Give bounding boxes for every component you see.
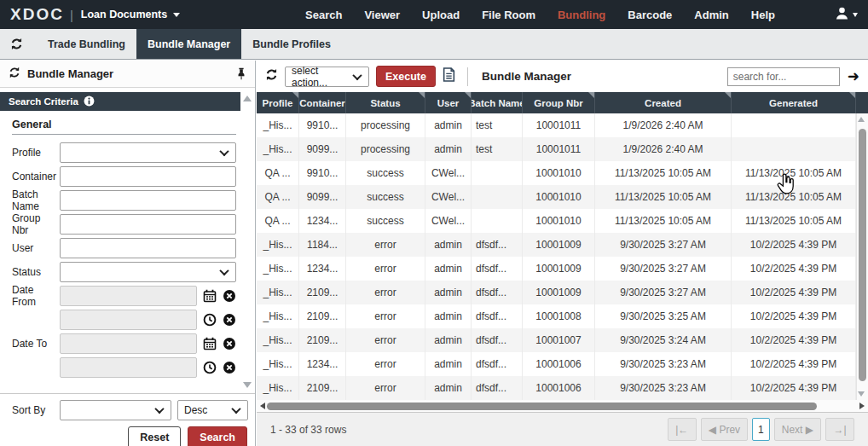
sidebar-scrollbar[interactable] [243, 96, 252, 388]
user-menu[interactable] [835, 0, 858, 29]
table-row[interactable]: _His...1234...erroradmindfsdf...10001009… [257, 257, 868, 281]
search-input[interactable] [727, 67, 840, 86]
scroll-down-arrow[interactable] [858, 391, 865, 397]
date-from-time-input[interactable] [60, 310, 197, 330]
nav-item-help[interactable]: Help [751, 9, 775, 21]
cell-created: 11/13/2025 10:05 AM [595, 185, 732, 209]
table-row[interactable]: _His...2109...erroradmindfsdf...10001009… [257, 281, 868, 304]
profile-select[interactable] [60, 142, 236, 163]
table-body: _His...9910...processingadmintest1000101… [257, 113, 868, 400]
container-input[interactable] [60, 166, 236, 187]
action-select[interactable]: select action... [285, 67, 369, 87]
cell-group-nbr: 10001006 [523, 376, 595, 400]
next-page-button[interactable]: Next ▶ [774, 418, 821, 441]
clear-date-icon[interactable] [222, 289, 236, 304]
cell-container: 2109... [299, 304, 346, 328]
scroll-up-arrow[interactable] [858, 117, 865, 122]
scroll-right-arrow[interactable] [859, 403, 865, 409]
status-select[interactable] [60, 262, 236, 282]
sidebar-header: Bundle Manager [0, 61, 255, 88]
column-header-user[interactable]: User [425, 92, 472, 113]
scroll-left-arrow[interactable] [260, 403, 265, 409]
cell-batch-name: dfsdf... [472, 281, 523, 304]
first-page-button[interactable]: |← [668, 418, 697, 441]
search-button[interactable]: Search [188, 426, 247, 446]
cell-profile: _His... [257, 304, 299, 328]
nav-item-search[interactable]: Search [305, 9, 342, 21]
scroll-down-arrow[interactable] [243, 382, 252, 388]
clear-time-icon[interactable] [222, 313, 236, 327]
vertical-scrollbar[interactable] [856, 113, 868, 400]
table-row[interactable]: _His...9910...processingadmintest1000101… [257, 113, 868, 137]
nav-item-admin[interactable]: Admin [694, 9, 728, 21]
nav-item-barcode[interactable]: Barcode [628, 9, 672, 21]
group-nbr-input[interactable] [60, 214, 236, 235]
date-to-time-input[interactable] [60, 357, 197, 378]
column-header-profile[interactable]: Profile [257, 92, 299, 113]
clear-time-icon[interactable] [222, 361, 236, 375]
field-label: User [12, 242, 60, 254]
table-row[interactable]: _His...1184...erroradmindfsdf...10001009… [257, 233, 868, 257]
nav-item-bundling[interactable]: Bundling [558, 9, 605, 21]
table-row[interactable]: _His...1234...erroradmindfsdf...10001006… [257, 352, 868, 376]
table-row[interactable]: QA ...9910...successCWel...1000101011/13… [257, 161, 868, 185]
app-switcher-label: Loan Documents [81, 9, 167, 20]
cell-profile: _His... [257, 328, 299, 352]
cell-profile: QA ... [257, 185, 299, 209]
refresh-grid-icon[interactable] [265, 68, 278, 84]
execute-button[interactable]: Execute [376, 66, 436, 87]
pin-panel-icon[interactable] [236, 67, 246, 80]
table-row[interactable]: _His...2109...erroradmindfsdf...10001007… [257, 328, 868, 352]
tab-bundle-profiles[interactable]: Bundle Profiles [241, 29, 342, 59]
user-input[interactable] [60, 238, 236, 258]
results-panel: select action... Execute Bundle Manager … [257, 61, 868, 446]
horizontal-scrollbar[interactable] [257, 400, 868, 412]
column-header-status[interactable]: Status [346, 92, 425, 113]
sort-by-select[interactable] [60, 400, 171, 420]
calendar-icon[interactable] [202, 337, 217, 351]
column-header-group-nbr[interactable]: Group Nbr [523, 92, 595, 113]
clock-icon[interactable] [202, 361, 217, 375]
batch-name-input[interactable] [60, 190, 236, 211]
vertical-scroll-thumb[interactable] [859, 129, 866, 381]
last-page-button[interactable]: →| [825, 418, 854, 441]
table-row[interactable]: QA ...9099...successCWel...1000101011/13… [257, 185, 868, 209]
table-row[interactable]: _His...2109...erroradmindfsdf...10001008… [257, 304, 868, 328]
nav-item-viewer[interactable]: Viewer [364, 9, 400, 21]
refresh-panel-icon[interactable] [9, 67, 20, 82]
date-from-date-input[interactable] [60, 286, 197, 306]
reset-button[interactable]: Reset [128, 426, 181, 446]
search-go-arrow-icon[interactable]: ➜ [848, 69, 859, 84]
cell-user: admin [425, 281, 472, 304]
tab-trade-bundling[interactable]: Trade Bundling [37, 29, 136, 59]
calendar-icon[interactable] [202, 289, 217, 304]
tab-bundle-manager[interactable]: Bundle Manager [136, 29, 241, 59]
refresh-tabs-icon[interactable] [10, 38, 23, 50]
scroll-up-arrow[interactable] [243, 96, 252, 101]
date-to-date-input[interactable] [60, 333, 197, 354]
field-label: Batch Name [12, 188, 60, 212]
table-row[interactable]: _His...2109...erroradmindfsdf...10001006… [257, 376, 868, 400]
column-header-created[interactable]: Created [595, 92, 732, 113]
nav-item-upload[interactable]: Upload [422, 9, 460, 21]
cell-group-nbr: 10001009 [523, 281, 595, 304]
nav-item-file-room[interactable]: File Room [482, 9, 535, 21]
clear-date-icon[interactable] [222, 337, 236, 351]
horizontal-scroll-thumb[interactable] [267, 403, 817, 410]
clock-icon[interactable] [202, 313, 217, 327]
current-page-button[interactable]: 1 [752, 418, 770, 441]
column-header-batch-name[interactable]: Batch Name [472, 92, 523, 113]
table-row[interactable]: QA ...1234...successCWel...1000101011/13… [257, 209, 868, 233]
column-header-generated[interactable]: Generated [732, 92, 856, 113]
column-header-container[interactable]: Container [299, 92, 346, 113]
prev-page-button[interactable]: ◀ Prev [701, 418, 748, 441]
app-switcher-dropdown[interactable]: Loan Documents [81, 9, 180, 20]
document-icon[interactable] [443, 67, 455, 85]
cell-container: 1234... [299, 257, 346, 281]
field-row-user: User [12, 238, 236, 258]
table-row[interactable]: _His...9099...processingadmintest1000101… [257, 137, 868, 161]
info-icon[interactable] [84, 96, 95, 108]
sort-direction-select[interactable]: Desc [177, 400, 248, 420]
search-sidebar: Bundle Manager Search Criteria General P… [0, 61, 256, 446]
cell-profile: _His... [257, 137, 299, 161]
